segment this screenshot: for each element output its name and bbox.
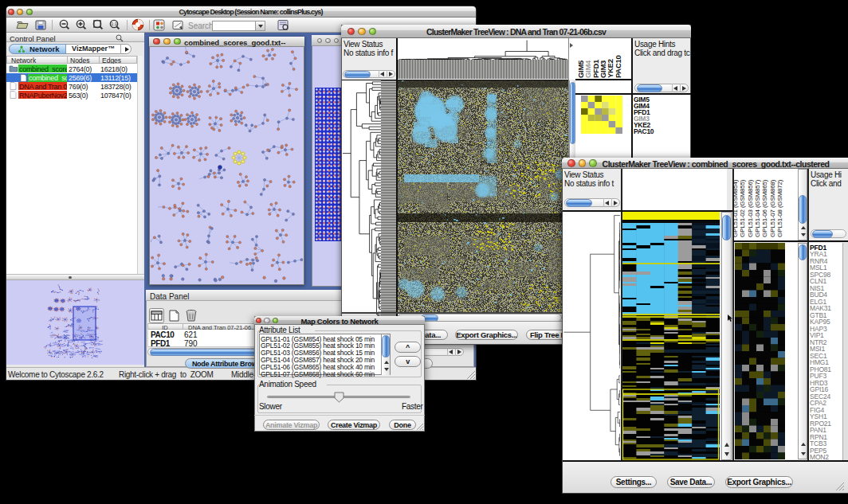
svg-text:1:1: 1:1 — [111, 21, 117, 26]
